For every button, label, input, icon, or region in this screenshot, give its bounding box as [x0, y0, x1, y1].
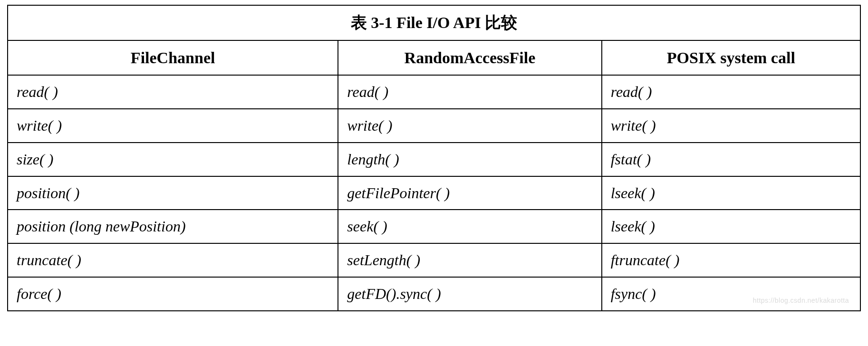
cell-filechannel: size( )	[8, 143, 338, 176]
cell-randomaccessfile: seek( )	[338, 210, 601, 243]
cell-posix: fstat( )	[602, 143, 860, 176]
cell-filechannel: position( )	[8, 176, 338, 210]
cell-filechannel: write( )	[8, 109, 338, 143]
cell-posix: lseek( )	[602, 210, 860, 243]
table-title: 表 3-1 File I/O API 比较	[8, 5, 860, 40]
cell-filechannel: truncate( )	[8, 243, 338, 277]
cell-posix: read( )	[602, 75, 860, 109]
cell-posix: lseek( )	[602, 176, 860, 210]
cell-posix: ftruncate( )	[602, 243, 860, 277]
table-title-row: 表 3-1 File I/O API 比较	[8, 5, 860, 40]
cell-posix: write( )	[602, 109, 860, 143]
table-header-row: FileChannel RandomAccessFile POSIX syste…	[8, 40, 860, 76]
cell-filechannel: read( )	[8, 75, 338, 109]
table-row: truncate( ) setLength( ) ftruncate( )	[8, 243, 860, 277]
table-row: write( ) write( ) write( )	[8, 109, 860, 143]
cell-randomaccessfile: length( )	[338, 143, 601, 176]
comparison-table: 表 3-1 File I/O API 比较 FileChannel Random…	[7, 5, 861, 311]
cell-randomaccessfile: setLength( )	[338, 243, 601, 277]
cell-filechannel: position (long newPosition)	[8, 210, 338, 243]
table-row: force( ) getFD().sync( ) fsync( )	[8, 277, 860, 311]
column-header-posix: POSIX system call	[602, 40, 860, 76]
table-row: size( ) length( ) fstat( )	[8, 143, 860, 176]
cell-randomaccessfile: getFilePointer( )	[338, 176, 601, 210]
column-header-randomaccessfile: RandomAccessFile	[338, 40, 601, 76]
column-header-filechannel: FileChannel	[8, 40, 338, 76]
table-row: read( ) read( ) read( )	[8, 75, 860, 109]
cell-filechannel: force( )	[8, 277, 338, 311]
cell-posix: fsync( )	[602, 277, 860, 311]
cell-randomaccessfile: getFD().sync( )	[338, 277, 601, 311]
cell-randomaccessfile: write( )	[338, 109, 601, 143]
table-row: position (long newPosition) seek( ) lsee…	[8, 210, 860, 243]
table-row: position( ) getFilePointer( ) lseek( )	[8, 176, 860, 210]
table-container: 表 3-1 File I/O API 比较 FileChannel Random…	[7, 5, 861, 311]
cell-randomaccessfile: read( )	[338, 75, 601, 109]
watermark-text: https://blog.csdn.net/kakarotta	[753, 297, 849, 304]
